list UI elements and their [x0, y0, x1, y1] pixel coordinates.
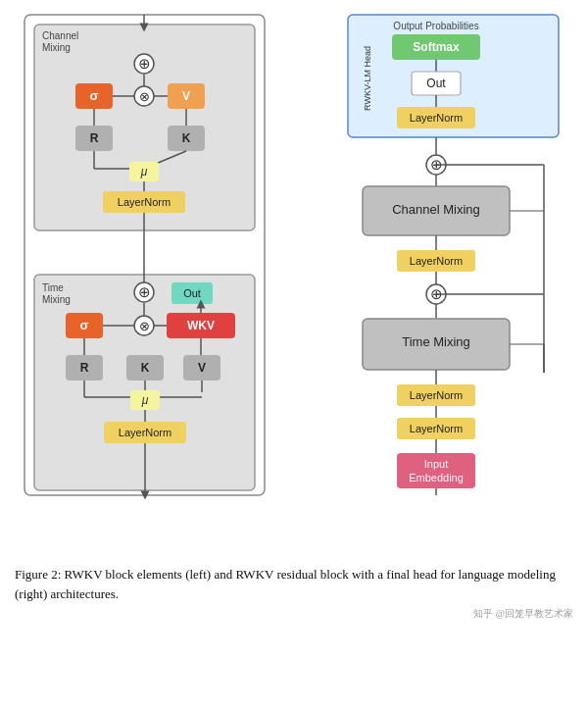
svg-text:μ: μ	[140, 165, 148, 178]
svg-text:Softmax: Softmax	[413, 40, 460, 54]
svg-text:Output Probabilities: Output Probabilities	[393, 21, 478, 31]
svg-text:LayerNorm: LayerNorm	[410, 423, 463, 434]
svg-text:σ: σ	[90, 88, 99, 103]
svg-text:WKV: WKV	[187, 319, 215, 332]
main-container: Channel Mixing ⊕ ⊗ σ V	[0, 0, 588, 631]
svg-text:Channel: Channel	[42, 30, 78, 41]
svg-text:⊕: ⊕	[138, 283, 151, 300]
svg-text:Mixing: Mixing	[42, 42, 71, 53]
svg-text:⊗: ⊗	[139, 319, 150, 333]
svg-text:Out: Out	[183, 287, 201, 299]
watermark-text: 知乎 @回笼早教艺术家	[473, 608, 573, 619]
svg-text:V: V	[182, 89, 190, 103]
svg-text:K: K	[141, 361, 150, 375]
svg-text:Out: Out	[426, 76, 446, 90]
svg-text:Embedding: Embedding	[409, 472, 464, 483]
caption-text: Figure 2: RWKV block elements (left) and…	[15, 567, 556, 601]
svg-text:R: R	[80, 361, 89, 375]
diagram-container: Channel Mixing ⊕ ⊗ σ V	[15, 10, 573, 553]
svg-text:LayerNorm: LayerNorm	[119, 427, 172, 438]
svg-text:Mixing: Mixing	[42, 294, 71, 305]
svg-text:LayerNorm: LayerNorm	[118, 196, 171, 208]
svg-text:Channel Mixing: Channel Mixing	[392, 202, 480, 217]
svg-text:Time Mixing: Time Mixing	[402, 334, 470, 349]
watermark: 知乎 @回笼早教艺术家	[15, 607, 573, 621]
svg-text:V: V	[198, 361, 206, 375]
svg-text:⊕: ⊕	[138, 55, 151, 72]
svg-text:LayerNorm: LayerNorm	[410, 389, 463, 401]
svg-text:⊗: ⊗	[139, 89, 150, 104]
svg-text:Time: Time	[42, 282, 64, 293]
svg-text:σ: σ	[80, 318, 89, 332]
svg-text:μ: μ	[141, 393, 149, 407]
svg-text:LayerNorm: LayerNorm	[410, 112, 463, 124]
svg-text:LayerNorm: LayerNorm	[410, 255, 463, 267]
svg-text:R: R	[90, 131, 99, 145]
svg-text:RWKV-LM Head: RWKV-LM Head	[363, 46, 372, 111]
svg-text:Input: Input	[424, 458, 448, 470]
caption: Figure 2: RWKV block elements (left) and…	[15, 565, 573, 603]
architecture-diagram: Channel Mixing ⊕ ⊗ σ V	[15, 10, 573, 549]
svg-text:K: K	[182, 131, 191, 145]
